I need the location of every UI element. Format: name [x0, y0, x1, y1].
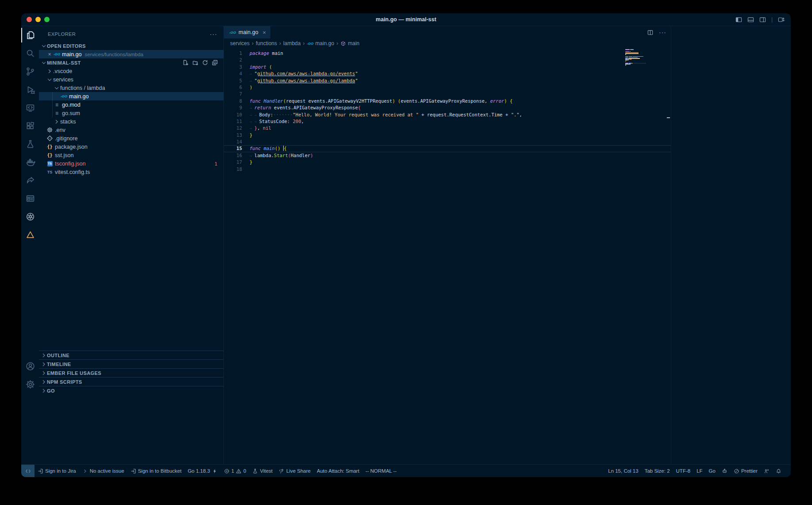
- activity-sst[interactable]: [21, 226, 39, 244]
- tree-item--gitignore[interactable]: .gitignore: [39, 134, 223, 143]
- activity-accounts[interactable]: [21, 357, 39, 375]
- tree-item-go-mod[interactable]: ≡go.mod: [39, 100, 223, 109]
- status-active-issue[interactable]: No active issue: [79, 465, 127, 477]
- editor-more-actions-button[interactable]: ···: [659, 29, 666, 36]
- tree-item--vscode[interactable]: .vscode: [39, 67, 223, 75]
- tree-item-sst-json[interactable]: {}sst.json: [39, 151, 223, 159]
- status-remote[interactable]: [21, 465, 35, 477]
- section-label: OUTLINE: [47, 353, 69, 358]
- refresh-button[interactable]: [202, 59, 208, 66]
- tree-item-stacks[interactable]: stacks: [39, 117, 223, 126]
- status-go-version[interactable]: Go 1.18.3: [185, 465, 221, 477]
- status-indentation[interactable]: Tab Size: 2: [642, 465, 673, 477]
- breadcrumb-separator: ›: [336, 40, 338, 46]
- activity-docker[interactable]: [21, 153, 39, 171]
- debug-icon: [25, 85, 35, 95]
- layout-panel-button[interactable]: [747, 16, 754, 23]
- ts-plain-file-icon: TS: [46, 170, 54, 174]
- open-editors-header[interactable]: OPEN EDITORS: [39, 42, 223, 50]
- section-outline[interactable]: OUTLINE: [39, 351, 223, 359]
- screen: main.go — minimal-sst | EXPLORER ··· OPE…: [0, 0, 812, 505]
- activity-remote-explorer[interactable]: [21, 99, 39, 117]
- new-file-button[interactable]: [182, 59, 189, 66]
- open-editor-item-main-go[interactable]: × -GO main.go services/functions/lambda: [39, 50, 223, 58]
- status-cursor-position[interactable]: Ln 15, Col 13: [605, 465, 641, 477]
- customize-layout-button[interactable]: [778, 16, 785, 23]
- breadcrumb-services[interactable]: services: [230, 40, 250, 46]
- status-prettier[interactable]: Prettier: [731, 465, 761, 477]
- gear-file-file-icon: [46, 126, 54, 134]
- chevron-down-icon: [41, 43, 47, 49]
- activity-settings-sync[interactable]: [21, 208, 39, 226]
- status-language-mode[interactable]: Go: [706, 465, 719, 477]
- breadcrumb-main-go[interactable]: -GOmain.go: [307, 40, 334, 46]
- tree-item-vitest-config-ts[interactable]: TSvitest.config.ts: [39, 168, 223, 176]
- docker-icon: [25, 157, 35, 167]
- activity-explorer[interactable]: [21, 26, 39, 44]
- tree-item-tsconfig-json[interactable]: TStsconfig.json1: [39, 159, 223, 168]
- sidebar-bottom-gap: [39, 395, 223, 464]
- chevron-down-icon: [46, 77, 53, 83]
- activity-source-control[interactable]: [21, 62, 39, 81]
- section-label: GO: [47, 388, 55, 393]
- tree-item-main-go[interactable]: -GOmain.go: [39, 92, 223, 100]
- tree-item-go-sum[interactable]: ≡go.sum: [39, 109, 223, 117]
- tab-close-icon[interactable]: ×: [263, 29, 266, 36]
- activity-manage[interactable]: [21, 375, 39, 393]
- activity-run-debug[interactable]: [21, 81, 39, 99]
- chev-r-sm-icon: [82, 468, 88, 474]
- activity-testing[interactable]: [21, 135, 39, 153]
- breadcrumb-lambda[interactable]: lambda: [283, 40, 300, 46]
- section-timeline[interactable]: TIMELINE: [39, 359, 223, 368]
- collapse-all-button[interactable]: [212, 59, 218, 66]
- code-line-6: 6): [224, 84, 671, 91]
- layout-sidebar-right-button[interactable]: [759, 16, 766, 23]
- chevron-down-icon: [41, 60, 47, 66]
- section-go[interactable]: GO: [39, 386, 223, 395]
- list-file-icon: ≡: [53, 102, 61, 108]
- project-folder-header[interactable]: MINIMAL-SST: [39, 58, 223, 67]
- tree-item-label: .gitignore: [55, 135, 77, 142]
- status-copilot[interactable]: [719, 465, 731, 477]
- code-line-1: 1package main: [224, 50, 671, 57]
- status-feedback[interactable]: [761, 465, 773, 477]
- status-jira-signin[interactable]: Sign in to Jira: [35, 465, 79, 477]
- code-line-12: 12→}, nil: [224, 125, 671, 131]
- titlebar: main.go — minimal-sst |: [21, 13, 791, 26]
- tree-item--env[interactable]: .env: [39, 126, 223, 134]
- code-editor[interactable]: 1package main 2 3import ( 4→"github.com/…: [224, 48, 671, 464]
- sidebar-title: EXPLORER: [48, 31, 76, 37]
- status-problems[interactable]: 10: [221, 465, 250, 477]
- layout-sidebar-left-button[interactable]: [735, 16, 742, 23]
- status-auto-attach[interactable]: Auto Attach: Smart: [314, 465, 362, 477]
- activity-live-share[interactable]: [21, 171, 39, 189]
- breadcrumb-main[interactable]: main: [340, 40, 359, 46]
- breadcrumb-functions[interactable]: functions: [256, 40, 277, 46]
- sidebar-more-actions-button[interactable]: ···: [210, 31, 217, 38]
- section-ember-file-usages[interactable]: EMBER FILE USAGES: [39, 368, 223, 377]
- activity-extensions[interactable]: [21, 117, 39, 135]
- titlebar-layout-controls: |: [735, 13, 785, 26]
- status-live-share-status[interactable]: Live Share: [276, 465, 314, 477]
- new-folder-button[interactable]: [192, 59, 199, 66]
- tab-main-go[interactable]: -GO main.go ×: [224, 26, 270, 39]
- tree-item-package-json[interactable]: {}package.json: [39, 143, 223, 151]
- tree-item-functions-lambda[interactable]: functions / lambda: [39, 84, 223, 92]
- tree-item-label: go.sum: [62, 110, 80, 116]
- indent-guide: [52, 92, 53, 100]
- status-vitest[interactable]: Vitest: [249, 465, 276, 477]
- minimap[interactable]: [625, 48, 646, 66]
- status-label: Go: [709, 468, 716, 474]
- tree-item-services[interactable]: services: [39, 75, 223, 84]
- section-npm-scripts[interactable]: NPM SCRIPTS: [39, 377, 223, 386]
- status-notifications[interactable]: [773, 465, 785, 477]
- editor-group: -GO main.go × ··· services›functions›lam…: [224, 26, 671, 464]
- close-editor-icon[interactable]: ×: [46, 51, 53, 58]
- status-encoding[interactable]: UTF-8: [673, 465, 694, 477]
- status-bitbucket-signin[interactable]: Sign in to Bitbucket: [127, 465, 185, 477]
- split-editor-button[interactable]: [647, 29, 654, 36]
- activity-search[interactable]: [21, 44, 39, 62]
- activity-browser-preview[interactable]: [21, 189, 39, 208]
- status-vim-mode[interactable]: -- NORMAL --: [362, 465, 400, 477]
- status-eol[interactable]: LF: [693, 465, 705, 477]
